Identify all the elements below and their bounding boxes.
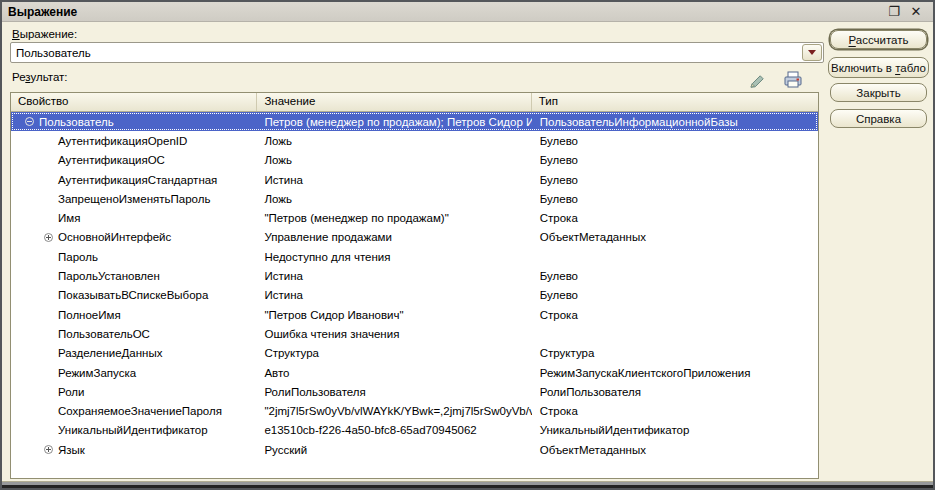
property-name: Язык bbox=[58, 444, 85, 456]
expand-toggle-icon[interactable] bbox=[44, 407, 53, 416]
table-row[interactable]: Пользователь Петров (менеджер по продажа… bbox=[11, 112, 818, 131]
property-type: ПользовательИнформационнойБазы bbox=[532, 112, 818, 131]
property-name: АутентификацияСтандартная bbox=[58, 174, 217, 186]
column-header-value[interactable]: Значение bbox=[257, 93, 531, 111]
property-name: ПользовательОС bbox=[58, 328, 150, 340]
property-type: ОбъектМетаданных bbox=[532, 228, 818, 247]
pencil-icon[interactable] bbox=[748, 73, 766, 90]
table-row[interactable]: АутентификацияOpenID Ложь Булево bbox=[11, 131, 818, 150]
table-row[interactable]: УникальныйИдентификатор e13510cb-f226-4a… bbox=[11, 421, 818, 440]
property-name: ПолноеИмя bbox=[58, 309, 121, 321]
property-type: РолиПользователя bbox=[532, 382, 818, 401]
property-type: Булево bbox=[532, 170, 818, 189]
property-type: Булево bbox=[532, 131, 818, 150]
property-value: Петров (менеджер по продажам); Петров Си… bbox=[257, 112, 531, 131]
table-row[interactable]: РазделениеДанных Структура Структура bbox=[11, 344, 818, 363]
expand-toggle-icon[interactable] bbox=[44, 214, 53, 223]
property-type: УникальныйИдентификатор bbox=[532, 421, 818, 440]
property-type bbox=[532, 324, 818, 343]
help-button[interactable]: Справка bbox=[830, 109, 927, 128]
column-header-type[interactable]: Тип bbox=[532, 93, 818, 111]
property-value: Истина bbox=[257, 286, 531, 305]
table-row[interactable]: Язык Русский ОбъектМетаданных bbox=[11, 440, 818, 459]
property-value: e13510cb-f226-4a50-bfc8-65ad70945062 bbox=[257, 421, 531, 440]
table-row[interactable]: ПоказыватьВСпискеВыбора Истина Булево bbox=[11, 286, 818, 305]
maximize-icon[interactable]: ❐ bbox=[883, 4, 905, 20]
property-value: "Петров Сидор Иванович" bbox=[257, 305, 531, 324]
column-header-property[interactable]: Свойство bbox=[11, 93, 257, 111]
property-value: Ошибка чтения значения bbox=[257, 324, 531, 343]
property-type: Строка bbox=[532, 305, 818, 324]
table-row[interactable]: РежимЗапуска Авто РежимЗапускаКлиентског… bbox=[11, 363, 818, 382]
property-name: РежимЗапуска bbox=[58, 367, 136, 379]
table-row[interactable]: ПользовательОС Ошибка чтения значения bbox=[11, 324, 818, 343]
calculate-button[interactable]: Рассчитать bbox=[830, 30, 927, 49]
property-type: Булево bbox=[532, 266, 818, 285]
table-row[interactable]: ОсновнойИнтерфейс Управление продажами О… bbox=[11, 228, 818, 247]
window-title: Выражение bbox=[8, 5, 883, 19]
table-row[interactable]: Пароль Недоступно для чтения bbox=[11, 247, 818, 266]
chevron-down-icon bbox=[808, 50, 816, 55]
property-value: Ложь bbox=[257, 131, 531, 150]
table-row[interactable]: ПарольУстановлен Истина Булево bbox=[11, 266, 818, 285]
result-table-body: Пользователь Петров (менеджер по продажа… bbox=[11, 112, 818, 459]
expand-toggle-icon[interactable] bbox=[44, 329, 53, 338]
expand-toggle-icon[interactable] bbox=[44, 445, 53, 454]
property-value: Управление продажами bbox=[257, 228, 531, 247]
property-value: Ложь bbox=[257, 151, 531, 170]
property-value: Структура bbox=[257, 344, 531, 363]
expand-toggle-icon[interactable] bbox=[44, 194, 53, 203]
property-value: Недоступно для чтения bbox=[257, 247, 531, 266]
expand-toggle-icon[interactable] bbox=[44, 272, 53, 281]
property-name: ЗапрещеноИзменятьПароль bbox=[58, 193, 210, 205]
property-value: Истина bbox=[257, 266, 531, 285]
property-name: ПоказыватьВСпискеВыбора bbox=[58, 289, 208, 301]
expand-toggle-icon[interactable] bbox=[44, 291, 53, 300]
expand-toggle-icon[interactable] bbox=[25, 117, 34, 126]
titlebar[interactable]: Выражение ❐ ✕ bbox=[2, 2, 933, 22]
property-type: Структура bbox=[532, 344, 818, 363]
property-type bbox=[532, 247, 818, 266]
expand-toggle-icon[interactable] bbox=[44, 175, 53, 184]
table-row[interactable]: Имя "Петров (менеджер по продажам)" Стро… bbox=[11, 208, 818, 227]
property-type: Строка bbox=[532, 401, 818, 420]
expand-toggle-icon[interactable] bbox=[44, 387, 53, 396]
property-name: СохраняемоеЗначениеПароля bbox=[58, 405, 222, 417]
expression-dialog-window: Выражение ❐ ✕ Выражение: Пользователь Ре… bbox=[0, 0, 935, 490]
property-name: ОсновнойИнтерфейс bbox=[58, 231, 171, 243]
table-row[interactable]: Роли РолиПользователя РолиПользователя bbox=[11, 382, 818, 401]
result-table-header: Свойство Значение Тип bbox=[11, 93, 818, 112]
expression-input[interactable]: Пользователь bbox=[11, 47, 802, 59]
table-row[interactable]: ПолноеИмя "Петров Сидор Иванович" Строка bbox=[11, 305, 818, 324]
table-row[interactable]: АутентификацияСтандартная Истина Булево bbox=[11, 170, 818, 189]
property-type: РежимЗапускаКлиентскогоПриложения bbox=[532, 363, 818, 382]
expand-toggle-icon[interactable] bbox=[44, 349, 53, 358]
property-value: "Петров (менеджер по продажам)" bbox=[257, 208, 531, 227]
result-label: Результат: bbox=[12, 71, 68, 83]
expand-toggle-icon[interactable] bbox=[44, 156, 53, 165]
result-table: Свойство Значение Тип Пользователь Петро… bbox=[10, 92, 819, 479]
close-icon[interactable]: ✕ bbox=[905, 4, 927, 20]
expand-toggle-icon[interactable] bbox=[44, 136, 53, 145]
property-name: АутентификацияOpenID bbox=[58, 135, 187, 147]
expand-toggle-icon[interactable] bbox=[44, 368, 53, 377]
table-row[interactable]: СохраняемоеЗначениеПароля "2jmj7l5rSw0yV… bbox=[11, 401, 818, 420]
include-in-board-button[interactable]: Включить в табло bbox=[828, 57, 929, 78]
property-name: Имя bbox=[58, 212, 80, 224]
property-type: Булево bbox=[532, 151, 818, 170]
property-name: Пользователь bbox=[39, 116, 114, 128]
property-name: ПарольУстановлен bbox=[58, 270, 160, 282]
property-name: УникальныйИдентификатор bbox=[58, 424, 208, 436]
expand-toggle-icon[interactable] bbox=[44, 426, 53, 435]
expression-combobox[interactable]: Пользователь bbox=[10, 42, 824, 63]
close-button[interactable]: Закрыть bbox=[830, 83, 927, 102]
table-row[interactable]: ЗапрещеноИзменятьПароль Ложь Булево bbox=[11, 189, 818, 208]
expression-dropdown-button[interactable] bbox=[802, 44, 822, 61]
table-row[interactable]: АутентификацияОС Ложь Булево bbox=[11, 151, 818, 170]
expand-toggle-icon[interactable] bbox=[44, 233, 53, 242]
property-value: "2jmj7l5rSw0yVb/vlWAYkK/YBwk=,2jmj7l5rSw… bbox=[257, 401, 531, 420]
show-value-in-window-icon[interactable] bbox=[783, 71, 803, 89]
expand-toggle-icon[interactable] bbox=[44, 310, 53, 319]
expand-toggle-icon[interactable] bbox=[44, 252, 53, 261]
property-name: РазделениеДанных bbox=[58, 347, 162, 359]
